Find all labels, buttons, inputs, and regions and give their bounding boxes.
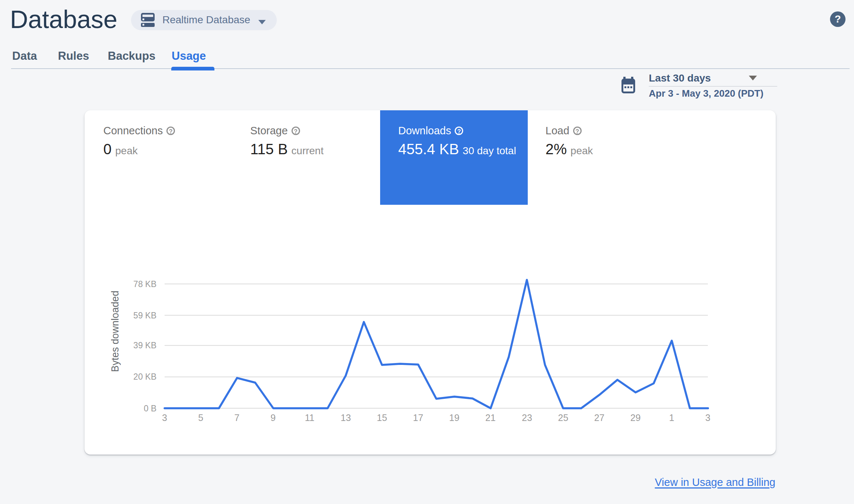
svg-text:13: 13 xyxy=(341,412,351,423)
svg-text:3: 3 xyxy=(162,412,167,423)
svg-text:19: 19 xyxy=(449,412,459,423)
svg-text:21: 21 xyxy=(485,412,496,423)
svg-text:11: 11 xyxy=(305,412,314,423)
svg-text:39 KB: 39 KB xyxy=(133,341,156,350)
svg-text:7: 7 xyxy=(234,412,240,423)
svg-text:5: 5 xyxy=(198,412,203,423)
svg-text:27: 27 xyxy=(594,412,605,423)
svg-text:29: 29 xyxy=(630,412,641,423)
svg-text:25: 25 xyxy=(558,412,568,423)
svg-text:3: 3 xyxy=(705,412,710,423)
svg-text:15: 15 xyxy=(377,412,387,423)
svg-text:23: 23 xyxy=(522,412,532,423)
svg-text:78 KB: 78 KB xyxy=(133,279,156,289)
svg-text:59 KB: 59 KB xyxy=(133,311,156,320)
svg-text:9: 9 xyxy=(271,412,276,423)
svg-text:17: 17 xyxy=(413,412,423,423)
svg-text:0 B: 0 B xyxy=(144,404,156,413)
svg-text:Bytes downloaded: Bytes downloaded xyxy=(110,291,121,372)
svg-text:20 KB: 20 KB xyxy=(133,372,156,382)
svg-text:1: 1 xyxy=(669,412,674,423)
